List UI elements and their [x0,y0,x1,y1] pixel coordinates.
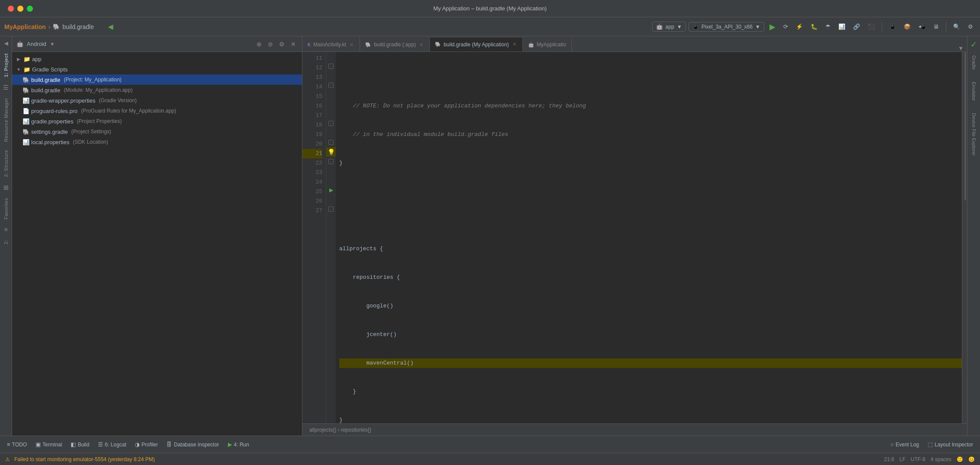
gutter-25[interactable]: ▶ [326,185,336,195]
sidebar-tab-structure[interactable]: 2: Structure [2,146,10,181]
charset[interactable]: UTF-8 [911,456,925,462]
fold-marker-18[interactable]: − [328,121,334,126]
device-selector[interactable]: 📱 Pixel_3a_API_30_x86 ▼ [688,22,764,32]
attach-button[interactable]: 🔗 [850,22,863,32]
panel-close-button[interactable]: ✕ [289,40,298,48]
position-info[interactable]: 21:8 [884,456,894,462]
gutter-26 [326,195,336,204]
line-ending[interactable]: LF [899,456,905,462]
gutter-16 [326,100,336,109]
tab-build-gradle-main-close[interactable]: ✕ [512,42,517,47]
gutter-18[interactable]: − [326,119,336,128]
props-icon-gradle-wrapper: 📊 [23,97,29,104]
layout-inspector-button[interactable]: ⬚ Layout Inspector [924,439,977,449]
sync-button[interactable]: ⚡ [793,22,805,32]
profiler-button[interactable]: ◑ Profiler [131,439,161,449]
tree-item-build-gradle-module[interactable]: 🐘 build.gradle (Module: My_Application.a… [12,85,302,95]
sidebar-toggle[interactable]: ◀ [4,41,8,46]
run-panel-button[interactable]: ▶ 4: Run [224,439,253,449]
tab-mainactivity[interactable]: K MainActivity.kt ✕ [302,38,360,52]
gutter-22[interactable]: − [326,157,336,166]
tree-item-local-props[interactable]: 📊 local.properties (SDK Location) [12,137,302,147]
tree-item-settings-gradle[interactable]: 🐘 settings.gradle (Project Settings) [12,126,302,137]
gradle-icon-tab1: 🐘 [365,42,371,48]
minimize-button[interactable] [17,6,23,12]
gutter-21[interactable]: 💡 [326,147,336,157]
code-content[interactable]: // NOTE: Do not place your application d… [336,52,962,423]
database-inspector-button[interactable]: 🗄 Database Inspector [163,439,222,449]
tree-label-gradle-wrapper: gradle-wrapper.properties [31,97,95,104]
props-icon-local: 📊 [23,139,29,145]
avd-button[interactable]: 📱 [886,22,899,32]
logcat-icon: ☰ [98,441,103,448]
sidebar-icon-2[interactable]: ⊞ [3,184,9,191]
tree-item-gradle-scripts[interactable]: ▼ 📁 Gradle Scripts [12,64,302,74]
search-button[interactable]: 🔍 [951,22,963,32]
sidebar-tab-2[interactable]: 2: [2,236,10,248]
sidebar-tab-emulator[interactable]: Emulator [970,76,978,107]
back-button[interactable]: ◀ [105,21,116,32]
run-button[interactable]: ▶ [767,20,778,33]
device-manager-button[interactable]: 📲 [916,22,928,32]
collapse-all-button[interactable]: ⊜ [266,40,275,48]
gutter-12[interactable]: − [326,61,336,71]
gutter-27[interactable]: − [326,204,336,214]
sdk-button[interactable]: 📦 [901,22,913,32]
sidebar-tab-device-file[interactable]: Device File Explorer [970,107,978,161]
indent-info[interactable]: 4 spaces [931,456,951,462]
mirror-button[interactable]: 🖥 [931,22,941,32]
app-selector[interactable]: 🤖 app ▼ [652,22,686,32]
gutter-20[interactable]: − [326,138,336,147]
tab-build-gradle-app-close[interactable]: ✕ [419,42,424,48]
locate-file-button[interactable]: ⊕ [255,40,263,48]
todo-button[interactable]: ≡ TODO [3,439,30,449]
status-warning-text: Failed to start monitoring emulator-5554… [14,456,155,462]
folder-icon-app: 📁 [23,56,30,62]
terminal-button[interactable]: ▣ Terminal [32,439,65,449]
android-dropdown[interactable]: ▼ [50,41,55,47]
tab-mainactivity-label: MainActivity.kt [313,42,346,48]
coverage-button[interactable]: ☂ [823,22,833,32]
window-controls[interactable] [8,6,33,12]
maximize-button[interactable] [27,6,33,12]
rebuild-button[interactable]: ⟳ [781,22,791,32]
settings-button[interactable]: ⚙ [965,22,976,32]
tree-item-build-gradle-project[interactable]: 🐘 build.gradle (Project: My_Application) [12,74,302,85]
code-line-12: // NOTE: Do not place your application d… [339,101,962,111]
tab-myapplication[interactable]: 🤖 MyApplicatio [523,38,572,52]
build-button[interactable]: ◧ Build [67,439,93,449]
fold-marker-27[interactable]: − [328,207,334,212]
tab-build-gradle-main[interactable]: 🐘 build.gradle (My Application) ✕ [430,38,523,52]
tab-build-gradle-app[interactable]: 🐘 build.gradle (:app) ✕ [360,38,430,52]
sidebar-icon-1[interactable]: ☰ [3,84,9,91]
fold-marker-14[interactable]: − [328,83,334,88]
gutter-14[interactable]: − [326,81,336,90]
tree-item-proguard[interactable]: 📄 proguard-rules.pro (ProGuard Rules for… [12,106,302,116]
tree-item-gradle-props[interactable]: 📊 gradle.properties (Project Properties) [12,116,302,126]
project-name[interactable]: MyApplication [4,23,46,30]
fold-marker-22[interactable]: − [328,159,334,164]
profile-button[interactable]: 📊 [836,22,848,32]
stop-button[interactable]: ⬛ [865,22,877,32]
sidebar-tab-resource[interactable]: Resource Manager [2,94,10,145]
debug-button[interactable]: 🐛 [808,22,820,32]
code-line-20: jcenter() [339,330,962,339]
code-line-11 [339,73,962,82]
sidebar-tab-favorites[interactable]: Favorites [2,194,10,223]
logcat-button[interactable]: ☰ 6: Logcat [94,439,130,449]
tree-item-gradle-wrapper[interactable]: 📊 gradle-wrapper.properties (Gradle Vers… [12,95,302,106]
vertical-scrollbar[interactable] [962,52,967,423]
tree-item-app[interactable]: ▶ 📁 app [12,54,302,64]
breadcrumb-file[interactable]: build.gradle [62,23,94,30]
fold-marker-20[interactable]: − [328,140,334,145]
panel-settings-button[interactable]: ⚙ [277,40,286,48]
fold-marker-12[interactable]: − [328,64,334,69]
tabs-overflow[interactable]: ▼ [954,45,967,52]
close-button[interactable] [8,6,14,12]
tab-mainactivity-close[interactable]: ✕ [349,42,354,48]
run-gutter-25[interactable]: ▶ [329,187,333,193]
event-log-button[interactable]: ○ Event Log [887,439,922,449]
sidebar-tab-gradle[interactable]: Gradle [970,49,978,76]
sidebar-tab-project[interactable]: 1: Project [2,50,10,81]
sidebar-icon-3[interactable]: ≡ [4,226,7,233]
